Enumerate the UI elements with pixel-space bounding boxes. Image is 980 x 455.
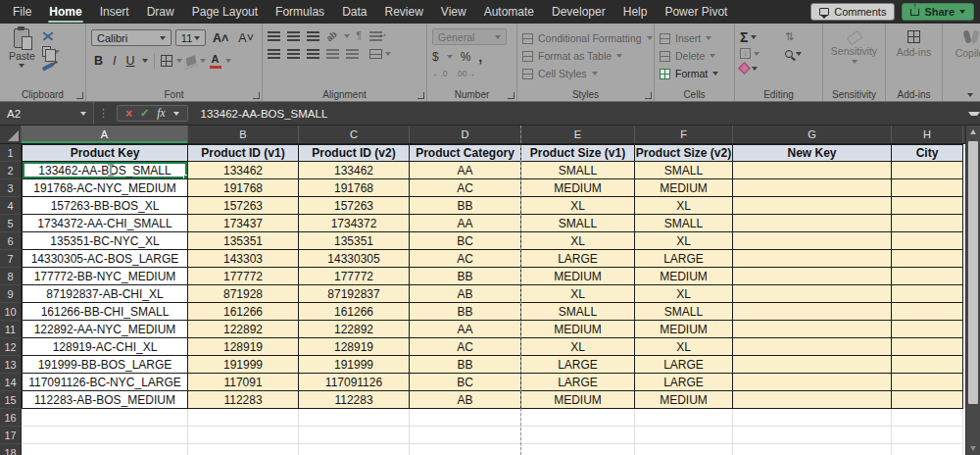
cell-G13[interactable] bbox=[733, 356, 892, 374]
cell-B9[interactable]: 871928 bbox=[188, 285, 299, 303]
bold-button[interactable]: B bbox=[91, 54, 106, 68]
cell-H9[interactable] bbox=[892, 285, 963, 303]
cancel-entry-icon[interactable]: × bbox=[125, 108, 132, 120]
tab-view[interactable]: View bbox=[432, 0, 475, 24]
cell-F1[interactable]: Product Size (v2) bbox=[635, 144, 733, 162]
delete-cells-button[interactable]: Delete bbox=[660, 48, 729, 64]
cell-H17[interactable] bbox=[892, 427, 963, 444]
cell-E15[interactable]: MEDIUM bbox=[521, 391, 635, 409]
align-middle-icon[interactable] bbox=[287, 31, 300, 41]
cell-C1[interactable]: Product ID (v2) bbox=[299, 144, 410, 162]
cell-A6[interactable]: 135351-BC-NYC_XL bbox=[22, 232, 188, 250]
formula-bar-grip[interactable]: ⋮ bbox=[94, 107, 113, 120]
row-header-3[interactable]: 3 bbox=[0, 179, 22, 197]
autosum-button[interactable]: Σ bbox=[740, 31, 775, 43]
cell-A13[interactable]: 191999-BB-BOS_LARGE bbox=[22, 356, 188, 374]
cell-H14[interactable] bbox=[892, 374, 963, 391]
formula-input[interactable]: 133462-AA-BOS_SMALL bbox=[192, 108, 968, 120]
scroll-down-icon[interactable] bbox=[970, 446, 976, 451]
cell-F10[interactable]: SMALL bbox=[635, 303, 733, 321]
cell-D1[interactable]: Product Category bbox=[410, 144, 521, 162]
dialog-launcher-icon[interactable] bbox=[76, 92, 83, 99]
format-painter-icon[interactable] bbox=[42, 62, 54, 71]
cell-C12[interactable]: 128919 bbox=[299, 338, 410, 356]
cell-H4[interactable] bbox=[892, 197, 963, 215]
paste-button[interactable]: Paste bbox=[9, 28, 35, 68]
dialog-launcher-icon[interactable] bbox=[645, 92, 652, 99]
cell-G5[interactable] bbox=[733, 215, 892, 232]
cell-A14[interactable]: 117091126-BC-NYC_LARGE bbox=[22, 374, 188, 391]
cell-C6[interactable]: 135351 bbox=[299, 232, 410, 250]
cell-A18[interactable] bbox=[22, 444, 188, 455]
cell-E12[interactable]: XL bbox=[521, 338, 635, 356]
row-header-2[interactable]: 2 bbox=[0, 162, 22, 179]
cell-A15[interactable]: 112283-AB-BOS_MEDIUM bbox=[22, 391, 188, 409]
row-header-6[interactable]: 6 bbox=[0, 232, 22, 250]
cell-G17[interactable] bbox=[733, 427, 892, 444]
column-header-C[interactable]: C bbox=[299, 126, 410, 143]
cell-G16[interactable] bbox=[733, 409, 892, 427]
tab-power-pivot[interactable]: Power Pivot bbox=[656, 0, 736, 24]
fill-button[interactable]: ↓ bbox=[740, 48, 775, 59]
align-top-icon[interactable] bbox=[268, 31, 280, 41]
cell-H10[interactable] bbox=[892, 303, 963, 321]
cell-G14[interactable] bbox=[733, 374, 892, 391]
cell-D18[interactable] bbox=[410, 444, 521, 455]
cell-F15[interactable]: MEDIUM bbox=[635, 391, 733, 409]
cell-D12[interactable]: AC bbox=[410, 338, 521, 356]
cell-E1[interactable]: Product Size (v1) bbox=[521, 144, 635, 162]
shrink-font-button[interactable]: A˅ bbox=[235, 31, 257, 45]
cell-D8[interactable]: BB bbox=[410, 268, 521, 285]
cell-B11[interactable]: 122892 bbox=[188, 321, 299, 338]
row-header-5[interactable]: 5 bbox=[0, 215, 22, 232]
cell-H11[interactable] bbox=[892, 321, 963, 338]
cell-B10[interactable]: 161266 bbox=[188, 303, 299, 321]
cell-G15[interactable] bbox=[733, 391, 892, 409]
cell-D4[interactable]: BB bbox=[410, 197, 521, 215]
name-box[interactable]: A2 bbox=[0, 102, 94, 125]
find-select-button[interactable] bbox=[785, 50, 817, 58]
cell-F16[interactable] bbox=[635, 409, 733, 427]
cell-F14[interactable]: LARGE bbox=[635, 374, 733, 391]
cut-icon[interactable] bbox=[42, 31, 54, 41]
cell-C18[interactable] bbox=[299, 444, 410, 455]
orientation-icon[interactable]: ab bbox=[324, 28, 338, 42]
cell-G8[interactable] bbox=[733, 268, 892, 285]
conditional-formatting-button[interactable]: Conditional Formatting bbox=[522, 30, 649, 46]
percent-icon[interactable]: % bbox=[461, 50, 471, 64]
cell-F18[interactable] bbox=[635, 444, 733, 455]
addins-button[interactable]: Add-ins bbox=[891, 26, 937, 58]
cell-B3[interactable]: 191768 bbox=[188, 179, 299, 197]
cell-B12[interactable]: 128919 bbox=[188, 338, 299, 356]
cell-F2[interactable]: SMALL bbox=[635, 162, 733, 179]
tab-draw[interactable]: Draw bbox=[138, 0, 183, 24]
cell-B14[interactable]: 117091 bbox=[188, 374, 299, 391]
cell-G18[interactable] bbox=[733, 444, 892, 455]
number-format-select[interactable]: General bbox=[432, 28, 507, 45]
column-header-B[interactable]: B bbox=[188, 126, 299, 143]
decrease-decimal-icon[interactable]: .00→ bbox=[456, 69, 475, 78]
cell-A16[interactable] bbox=[22, 409, 188, 427]
cell-F8[interactable]: MEDIUM bbox=[635, 268, 733, 285]
copy-button[interactable] bbox=[42, 46, 60, 57]
comma-icon[interactable]: , bbox=[478, 49, 482, 65]
cell-F9[interactable]: XL bbox=[635, 285, 733, 303]
cell-B15[interactable]: 112283 bbox=[188, 391, 299, 409]
cell-E2[interactable]: SMALL bbox=[521, 162, 635, 179]
column-header-H[interactable]: H bbox=[892, 126, 963, 143]
cell-H2[interactable] bbox=[892, 162, 963, 179]
share-button[interactable]: Share bbox=[902, 3, 974, 21]
vertical-scrollbar[interactable] bbox=[965, 126, 980, 455]
font-name-select[interactable]: Calibri bbox=[91, 29, 172, 46]
scroll-up-icon[interactable] bbox=[970, 129, 976, 134]
cell-C11[interactable]: 122892 bbox=[299, 321, 410, 338]
cell-D6[interactable]: BC bbox=[410, 232, 521, 250]
cell-G6[interactable] bbox=[733, 232, 892, 250]
tab-help[interactable]: Help bbox=[614, 0, 657, 24]
cell-E13[interactable]: LARGE bbox=[521, 356, 635, 374]
cell-E9[interactable]: XL bbox=[521, 285, 635, 303]
cell-E8[interactable]: MEDIUM bbox=[521, 268, 635, 285]
cell-C17[interactable] bbox=[299, 427, 410, 444]
cell-B6[interactable]: 135351 bbox=[188, 232, 299, 250]
font-size-select[interactable]: 11 bbox=[175, 29, 206, 46]
